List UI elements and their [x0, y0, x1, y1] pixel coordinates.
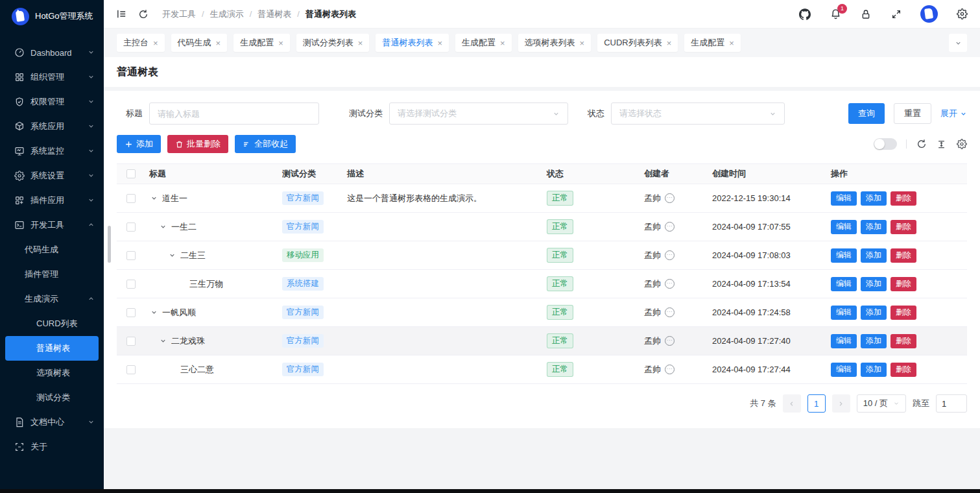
row-checkbox[interactable]: [126, 222, 136, 232]
tab-close-icon[interactable]: ×: [500, 39, 505, 47]
prev-page-button[interactable]: [783, 394, 801, 413]
tab-close-icon[interactable]: ×: [216, 39, 221, 47]
creator-info-icon[interactable]: ···: [665, 193, 675, 203]
tree-expand-icon[interactable]: [149, 194, 158, 203]
sidebar-item-Dashboard[interactable]: Dashboard: [0, 40, 104, 65]
creator-info-icon[interactable]: ···: [665, 336, 675, 346]
tab-close-icon[interactable]: ×: [437, 39, 442, 47]
notification-bell-icon[interactable]: 1: [829, 8, 842, 21]
creator-info-icon[interactable]: ···: [665, 279, 675, 289]
breadcrumb-item[interactable]: 普通树表: [257, 8, 291, 20]
column-settings-gear-icon[interactable]: [956, 139, 967, 150]
row-primary-button-编辑[interactable]: 编辑: [831, 334, 857, 348]
search-button[interactable]: 查询: [848, 103, 885, 124]
tree-expand-icon[interactable]: [158, 337, 167, 346]
sidebar-item-文档中心[interactable]: 文档中心: [0, 410, 104, 435]
tab-close-icon[interactable]: ×: [278, 39, 283, 47]
sidebar-item-CURD列表[interactable]: CURD列表: [0, 311, 104, 336]
page-number-button[interactable]: 1: [807, 394, 826, 413]
batch-delete-button[interactable]: 批量删除: [167, 135, 228, 153]
row-primary-button-添加[interactable]: 添加: [861, 306, 887, 320]
tab-list-dropdown-button[interactable]: [949, 34, 967, 52]
sidebar-item-权限管理[interactable]: 权限管理: [0, 90, 104, 114]
tab-close-icon[interactable]: ×: [580, 39, 585, 47]
tab-close-icon[interactable]: ×: [667, 39, 672, 47]
select-all-checkbox[interactable]: [126, 169, 136, 178]
github-icon[interactable]: [798, 8, 811, 21]
row-primary-button-编辑[interactable]: 编辑: [831, 306, 857, 320]
row-checkbox[interactable]: [126, 365, 136, 374]
creator-info-icon[interactable]: ···: [665, 307, 675, 317]
row-primary-button-添加[interactable]: 添加: [861, 248, 887, 263]
row-danger-button-删除[interactable]: 删除: [890, 334, 916, 348]
striped-toggle[interactable]: [874, 138, 897, 150]
row-primary-button-添加[interactable]: 添加: [861, 277, 887, 291]
reset-button[interactable]: 重置: [894, 103, 931, 124]
tab-生成配置[interactable]: 生成配置×: [684, 34, 741, 52]
add-button[interactable]: 添加: [117, 135, 161, 153]
row-checkbox[interactable]: [126, 194, 136, 203]
tab-代码生成[interactable]: 代码生成×: [171, 34, 228, 52]
row-primary-button-添加[interactable]: 添加: [861, 220, 887, 234]
breadcrumb-item[interactable]: 生成演示: [210, 8, 244, 20]
refresh-icon[interactable]: [137, 8, 149, 20]
row-primary-button-编辑[interactable]: 编辑: [831, 220, 857, 234]
sidebar-item-关于[interactable]: 关于: [0, 435, 104, 459]
filter-status-select[interactable]: 请选择状态: [611, 102, 785, 125]
row-danger-button-删除[interactable]: 删除: [890, 248, 916, 263]
tab-close-icon[interactable]: ×: [729, 39, 734, 47]
row-primary-button-添加[interactable]: 添加: [861, 191, 887, 206]
settings-gear-icon[interactable]: [955, 8, 968, 21]
sidebar-item-系统设置[interactable]: 系统设置: [0, 163, 104, 188]
sidebar-item-普通树表[interactable]: 普通树表: [5, 336, 99, 361]
row-primary-button-编辑[interactable]: 编辑: [831, 191, 857, 206]
tab-CUDR列表列表[interactable]: CUDR列表列表×: [597, 34, 678, 52]
expand-filter-link[interactable]: 展开: [940, 108, 967, 119]
collapse-all-button[interactable]: 全部收起: [235, 135, 296, 153]
breadcrumb-item[interactable]: 开发工具: [162, 8, 196, 20]
sidebar-item-代码生成[interactable]: 代码生成: [0, 237, 104, 262]
row-danger-button-删除[interactable]: 删除: [890, 191, 916, 206]
tab-close-icon[interactable]: ×: [358, 39, 363, 47]
creator-info-icon[interactable]: ···: [665, 222, 675, 232]
row-primary-button-添加[interactable]: 添加: [861, 334, 887, 348]
reload-table-icon[interactable]: [916, 139, 927, 150]
sidebar-item-开发工具[interactable]: 开发工具: [0, 213, 104, 237]
menu-fold-icon[interactable]: [115, 8, 127, 20]
row-checkbox[interactable]: [126, 308, 136, 317]
row-checkbox[interactable]: [126, 251, 136, 260]
row-danger-button-删除[interactable]: 删除: [890, 306, 916, 320]
app-logo[interactable]: HotGo管理系统: [0, 0, 104, 32]
tab-生成配置[interactable]: 生成配置×: [233, 34, 290, 52]
row-primary-button-编辑[interactable]: 编辑: [831, 277, 857, 291]
tab-主控台[interactable]: 主控台×: [117, 34, 165, 52]
row-primary-button-编辑[interactable]: 编辑: [831, 363, 857, 377]
fullscreen-icon[interactable]: [890, 8, 903, 21]
row-danger-button-删除[interactable]: 删除: [890, 277, 916, 291]
row-checkbox[interactable]: [126, 337, 136, 346]
sidebar-item-插件应用[interactable]: 插件应用: [0, 188, 104, 213]
filter-category-select[interactable]: 请选择测试分类: [389, 102, 568, 125]
page-size-select[interactable]: 10 / 页: [857, 394, 906, 413]
sidebar-item-测试分类[interactable]: 测试分类: [0, 385, 104, 410]
sidebar-item-生成演示[interactable]: 生成演示: [0, 287, 104, 311]
row-height-icon[interactable]: [936, 139, 947, 150]
tree-expand-icon[interactable]: [167, 251, 176, 260]
row-primary-button-编辑[interactable]: 编辑: [831, 248, 857, 263]
tab-普通树表列表[interactable]: 普通树表列表×: [376, 34, 449, 52]
tab-close-icon[interactable]: ×: [153, 39, 158, 47]
row-danger-button-删除[interactable]: 删除: [890, 220, 916, 234]
sidebar-item-选项树表[interactable]: 选项树表: [0, 361, 104, 385]
scrollbar-thumb[interactable]: [108, 226, 111, 263]
tab-生成配置[interactable]: 生成配置×: [455, 34, 512, 52]
creator-info-icon[interactable]: ···: [665, 250, 675, 260]
row-danger-button-删除[interactable]: 删除: [890, 363, 916, 377]
next-page-button[interactable]: [832, 394, 850, 413]
tree-expand-icon[interactable]: [158, 222, 167, 232]
tree-expand-icon[interactable]: [149, 308, 158, 317]
sidebar-item-组织管理[interactable]: 组织管理: [0, 65, 104, 90]
row-checkbox[interactable]: [126, 280, 136, 289]
sidebar-item-系统监控[interactable]: 系统监控: [0, 139, 104, 163]
filter-title-input[interactable]: [149, 102, 319, 125]
tab-测试分类列表[interactable]: 测试分类列表×: [296, 34, 370, 52]
